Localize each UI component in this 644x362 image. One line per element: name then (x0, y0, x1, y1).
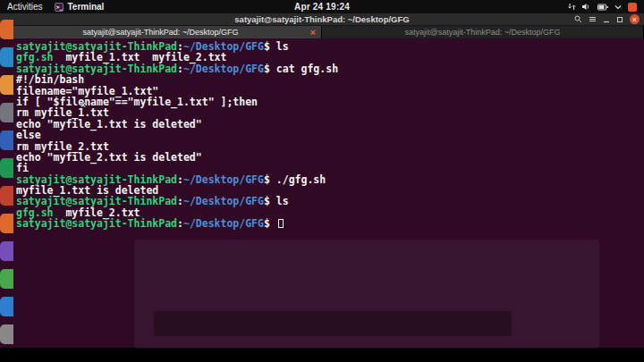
libreoffice-writer-icon[interactable] (0, 130, 13, 150)
background-window-ghost (154, 311, 512, 336)
ubuntu-software-icon[interactable] (0, 214, 13, 233)
minimize-icon[interactable] (603, 16, 610, 23)
battery-icon (597, 4, 608, 11)
thunderbird-icon[interactable] (0, 47, 13, 67)
terminal-text: ~/Desktop/GFG (183, 173, 264, 186)
window-controls: × (574, 14, 644, 24)
terminal-text: $ (264, 173, 276, 186)
app-menu-label: Terminal (67, 2, 104, 12)
chevron-down-icon (614, 4, 622, 10)
terminal-text: cat gfg.sh (276, 63, 338, 75)
clock[interactable]: Apr 24 19:24 (294, 2, 350, 12)
terminal-cursor (278, 219, 284, 228)
terminal-line: satyajit@satyajit-ThinkPad:~/Desktop/GFG… (16, 63, 640, 74)
terminal-line: satyajit@satyajit-ThinkPad:~/Desktop/GFG… (16, 218, 640, 229)
rhythmbox-icon[interactable] (0, 103, 13, 122)
terminal-text: ls (276, 195, 289, 207)
app-menu[interactable]: >_ Terminal (55, 2, 104, 12)
terminal-text: satyajit@satyajit-ThinkPad (16, 217, 177, 230)
libreoffice-calc-icon[interactable] (0, 158, 13, 178)
tab-bar: satyajit@satyajit-ThinkPad: ~/Desktop/GF… (0, 26, 644, 38)
terminal-window: satyajit@satyajit-ThinkPad: ~/Desktop/GF… (0, 13, 644, 348)
terminal-line: else (16, 130, 640, 140)
terminal-text: ls (276, 40, 289, 53)
terminal-text: echo "myfile_1.txt is deleted" (16, 118, 202, 130)
files-icon[interactable] (0, 75, 13, 95)
terminal-line: echo "myfile_1.txt is deleted" (16, 119, 640, 130)
trash-icon[interactable] (0, 324, 13, 344)
terminal-output[interactable]: satyajit@satyajit-ThinkPad:~/Desktop/GFG… (0, 38, 644, 348)
indicator-icon (628, 3, 637, 12)
network-icon (568, 3, 576, 11)
app-blue-icon[interactable] (0, 297, 13, 316)
terminal-text: $ (264, 217, 276, 230)
close-icon[interactable]: × (630, 14, 640, 24)
firefox-icon[interactable] (0, 20, 13, 39)
top-bar: Activities >_ Terminal Apr 24 19:24 (0, 0, 644, 13)
terminal-text: : (177, 195, 183, 207)
tab-label: satyajit@satyajit-ThinkPad: ~/Desktop/GF… (83, 28, 239, 37)
menu-icon[interactable] (589, 15, 597, 23)
app-green-icon[interactable] (0, 269, 13, 289)
help-icon[interactable] (0, 241, 13, 261)
dock (0, 20, 13, 344)
terminal-text: ~/Desktop/GFG (183, 217, 264, 230)
terminal-text: ./gfg.sh (276, 173, 326, 186)
tab-close-icon[interactable]: × (310, 27, 316, 38)
terminal-tab[interactable]: satyajit@satyajit-ThinkPad: ~/Desktop/GF… (0, 26, 322, 38)
activities-button[interactable]: Activities (7, 2, 42, 12)
terminal-text: $ (264, 63, 276, 75)
search-icon[interactable] (574, 15, 582, 23)
terminal-text: : (177, 63, 183, 75)
window-title: satyajit@satyajit-ThinkPad: ~/Desktop/GF… (0, 14, 644, 24)
maximize-icon[interactable] (616, 16, 623, 23)
terminal-text: : (177, 217, 183, 230)
volume-icon (582, 3, 591, 11)
terminal-text: $ (264, 195, 276, 207)
mouse-cursor: × (80, 100, 86, 110)
terminal-line: if [ "$filename"=="myfile_1.txt" ];then (16, 97, 640, 107)
tab-label: satyajit@satyajit-ThinkPad: ~/Desktop/GF… (405, 28, 561, 37)
terminal-app-icon: >_ (55, 3, 64, 12)
terminal-tab[interactable]: satyajit@satyajit-ThinkPad: ~/Desktop/GF… (322, 26, 644, 38)
terminal-text: ~/Desktop/GFG (183, 63, 264, 75)
terminal-text: : (177, 173, 183, 186)
titlebar[interactable]: satyajit@satyajit-ThinkPad: ~/Desktop/GF… (0, 13, 644, 26)
system-tray[interactable] (568, 3, 637, 12)
libreoffice-impress-icon[interactable] (0, 186, 13, 206)
terminal-text: ~/Desktop/GFG (183, 195, 264, 207)
terminal-text: echo "myfile_2.txt is deleted" (16, 151, 202, 164)
terminal-line: echo "myfile_2.txt is deleted" (16, 152, 640, 163)
desktop: Activities >_ Terminal Apr 24 19:24 (0, 0, 644, 362)
terminal-text: $ (264, 40, 276, 53)
